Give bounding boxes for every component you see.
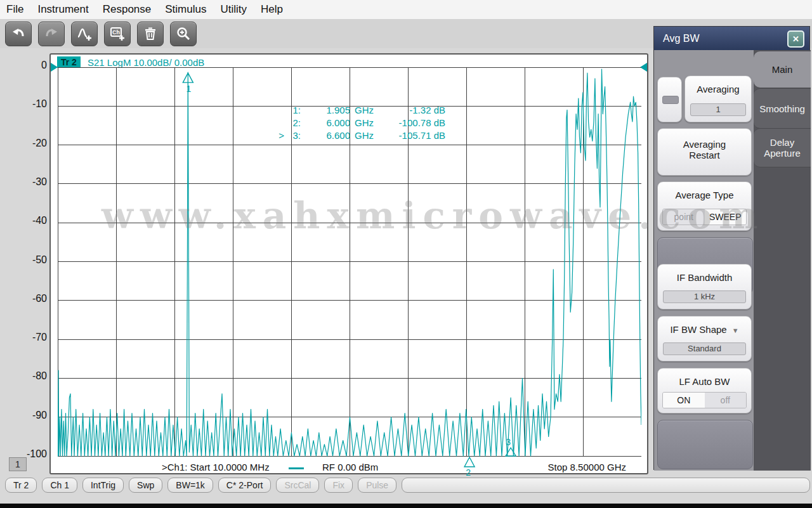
averaging-button[interactable]: Averaging 1 <box>684 75 752 122</box>
redo-button <box>38 22 65 46</box>
delete-button[interactable] <box>137 22 164 46</box>
marker-freq: 6.000 <box>301 117 350 129</box>
marker-prefix <box>274 117 284 129</box>
marker-val: -105.71 dB <box>379 129 445 142</box>
menu-item-response[interactable]: Response <box>96 2 159 17</box>
rf-power-label: RF 0.00 dBm <box>322 462 378 472</box>
averaging-toggle-button[interactable] <box>657 77 682 122</box>
add-channel-button[interactable]: Ch <box>104 22 131 46</box>
trace-badge[interactable]: Tr 2 <box>57 56 81 68</box>
plot-area[interactable]: Tr 2 S21 LogM 10.00dB/ 0.00dB 123 1:1.90… <box>49 53 648 474</box>
chevron-down-icon[interactable]: ▼ <box>732 327 739 334</box>
averaging-value[interactable]: 1 <box>690 103 746 116</box>
if-bw-shape-label: IF BW Shape▼ <box>658 324 751 335</box>
statusbar-button-fix: Fix <box>324 478 353 493</box>
statusbar-button-swp[interactable]: Swp <box>129 478 162 493</box>
statusbar-button-empty[interactable] <box>402 478 810 493</box>
marker-val: -1.32 dB <box>379 104 445 117</box>
add-trace-icon <box>76 25 93 42</box>
y-tick-label: 0 <box>18 60 47 72</box>
marker-freq: 1.905 <box>301 104 350 117</box>
marker-num: 3: <box>284 129 301 142</box>
average-type-option-point[interactable]: point <box>663 209 705 225</box>
marker-readout: 1:1.905GHz-1.32 dB2:6.000GHz-100.78 dB>3… <box>274 104 445 142</box>
menu-bar: FileInstrumentResponseStimulusUtilityHel… <box>0 0 812 19</box>
zoom-button[interactable] <box>170 22 197 46</box>
averaging-label: Averaging <box>685 84 751 94</box>
averaging-restart-button[interactable]: Averaging Restart <box>657 128 752 176</box>
statusbar-button-pulse: Pulse <box>358 478 396 493</box>
statusbar-button-c-2-port[interactable]: C* 2-Port <box>218 478 272 493</box>
lf-auto-bw-segmented: ON off <box>662 392 747 408</box>
y-tick-label: -20 <box>18 138 47 150</box>
average-type-option-sweep[interactable]: SWEEP <box>705 209 747 225</box>
undo-icon <box>11 26 26 41</box>
marker-readout-row: 2:6.000GHz-100.78 dB <box>274 117 445 129</box>
channel-number-badge[interactable]: 1 <box>9 457 27 471</box>
bottom-strip <box>0 504 812 508</box>
trace-format-label: S21 LogM 10.00dB/ 0.00dB <box>88 57 204 68</box>
statusbar-button-inttrig[interactable]: IntTrig <box>82 478 124 493</box>
lf-auto-bw-label: LF Auto BW <box>658 376 751 387</box>
tab-delay-aperture[interactable]: Delay Aperture <box>754 128 811 167</box>
marker-prefix <box>274 104 284 117</box>
marker-unit: GHz <box>350 104 379 117</box>
averaging-restart-line2: Restart <box>658 150 751 160</box>
marker-prefix: > <box>274 129 284 142</box>
y-tick-label: -60 <box>18 293 47 306</box>
trace-color-key <box>289 467 304 469</box>
tab-smoothing[interactable]: Smoothing <box>754 88 811 129</box>
y-tick-label: -90 <box>18 410 47 422</box>
y-tick-label: -40 <box>18 215 47 228</box>
svg-text:2: 2 <box>466 467 471 476</box>
marker-num: 1: <box>284 104 301 117</box>
blank-softkey-2 <box>657 420 753 469</box>
y-tick-label: -10 <box>18 98 47 111</box>
menu-item-stimulus[interactable]: Stimulus <box>158 2 213 17</box>
undo-button[interactable] <box>5 22 32 46</box>
add-channel-icon: Ch <box>109 25 126 42</box>
if-bw-shape-button[interactable]: IF BW Shape▼ Standard <box>657 316 752 361</box>
zoom-icon <box>176 26 191 41</box>
marker-val: -100.78 dB <box>379 117 445 129</box>
tab-main[interactable]: Main <box>754 51 811 88</box>
redo-icon <box>44 26 59 41</box>
channel-start-label: >Ch1: Start 10.0000 MHz <box>162 462 270 472</box>
svg-text:Ch: Ch <box>112 29 120 36</box>
y-tick-label: -80 <box>18 370 47 383</box>
if-bandwidth-button[interactable]: IF Bandwidth 1 kHz <box>657 264 752 309</box>
delete-icon <box>143 26 158 41</box>
average-type-label: Average Type <box>658 190 751 200</box>
averaging-led-icon <box>662 96 679 104</box>
y-tick-label: -50 <box>18 254 47 267</box>
panel-tabs-column: Main Smoothing Delay Aperture <box>754 50 811 471</box>
status-bar: Tr 2Ch 1IntTrigSwpBW=1kC* 2-PortSrcCalFi… <box>0 477 812 493</box>
reference-level-marker-right-icon <box>640 63 647 72</box>
lf-auto-bw-option-off[interactable]: off <box>705 393 747 408</box>
avg-bw-panel: Avg BW ✕ Averaging 1 Averaging Restart A… <box>653 26 810 470</box>
statusbar-button-srccal: SrcCal <box>276 478 319 493</box>
statusbar-button-ch-1[interactable]: Ch 1 <box>42 478 77 493</box>
close-icon[interactable]: ✕ <box>787 30 804 48</box>
panel-title-bar[interactable]: Avg BW <box>654 27 809 50</box>
averaging-restart-line1: Averaging <box>658 139 751 150</box>
marker-unit: GHz <box>350 129 379 142</box>
lf-auto-bw-option-on[interactable]: ON <box>663 393 705 408</box>
svg-text:1: 1 <box>186 84 191 94</box>
average-type-button[interactable]: Average Type point SWEEP <box>657 181 752 231</box>
menu-item-file[interactable]: File <box>0 2 30 17</box>
average-type-segmented: point SWEEP <box>662 209 747 225</box>
marker-readout-row: >3:6.600GHz-105.71 dB <box>274 129 445 142</box>
if-bandwidth-value[interactable]: 1 kHz <box>663 290 746 303</box>
statusbar-button-tr-2[interactable]: Tr 2 <box>5 478 37 493</box>
lf-auto-bw-button[interactable]: LF Auto BW ON off <box>657 368 752 414</box>
add-trace-button[interactable] <box>71 22 98 46</box>
if-bw-shape-value[interactable]: Standard <box>663 342 746 355</box>
menu-item-help[interactable]: Help <box>254 2 290 17</box>
marker-freq: 6.600 <box>301 129 350 142</box>
menu-item-instrument[interactable]: Instrument <box>30 2 95 17</box>
y-tick-label: -30 <box>18 176 47 189</box>
svg-text:3: 3 <box>506 437 511 447</box>
menu-item-utility[interactable]: Utility <box>213 2 254 17</box>
statusbar-button-bw-1k[interactable]: BW=1k <box>167 478 213 493</box>
